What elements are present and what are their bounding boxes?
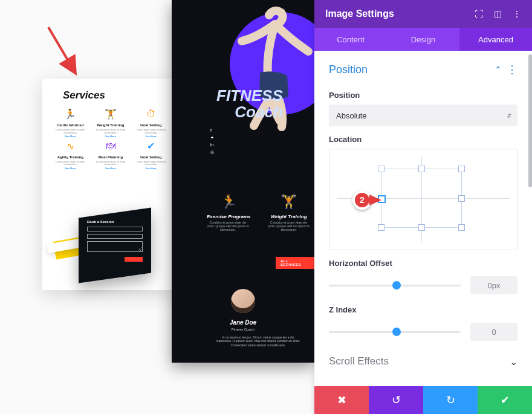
annotation-arrow bbox=[45, 24, 82, 79]
kebab-icon[interactable]: ⋮ bbox=[513, 9, 521, 19]
caret-icon: ⇵ bbox=[507, 112, 511, 119]
service-item: 🏃Cardio WorkoutLorem ipsum dolor sit ame… bbox=[51, 108, 90, 138]
confirm-button[interactable]: ✔ bbox=[478, 386, 532, 414]
expand-icon[interactable]: ⛶ bbox=[475, 9, 483, 19]
z-index-label: Z Index bbox=[314, 297, 532, 319]
undo-button[interactable]: ↺ bbox=[369, 386, 423, 414]
running-icon: 🏃 bbox=[220, 193, 237, 210]
coach-avatar bbox=[231, 289, 255, 313]
twitter-icon: ✦ bbox=[210, 135, 214, 139]
chevron-down-icon: ⌄ bbox=[510, 356, 517, 367]
section-position-header[interactable]: Position ⌃ ⋮ bbox=[314, 51, 532, 82]
position-select[interactable]: Absolute ⇵ bbox=[329, 105, 517, 126]
anchor-middle-right[interactable] bbox=[458, 195, 465, 202]
horizontal-offset-input[interactable] bbox=[470, 276, 517, 294]
service-item: 🍽Meal PlanningLorem ipsum dolor sit amet… bbox=[91, 140, 131, 170]
facebook-icon: f bbox=[210, 128, 214, 132]
section-scroll-effects[interactable]: Scroll Effects ⌄ bbox=[314, 343, 532, 380]
coach-name: Jane Doe bbox=[172, 319, 314, 326]
dumbbell-icon: 🏋 bbox=[281, 193, 297, 210]
anchor-top-center[interactable] bbox=[418, 166, 425, 172]
all-services-button: ALL SERVICES bbox=[276, 257, 314, 269]
z-index-slider[interactable] bbox=[329, 325, 461, 339]
anchor-top-right[interactable] bbox=[458, 166, 465, 172]
services-heading: Services bbox=[42, 79, 179, 105]
panel-body[interactable]: Position ⌃ ⋮ Position Absolute ⇵ 1 Locat… bbox=[314, 51, 532, 386]
service-item: ∿Agility TrainingLorem ipsum dolor sit a… bbox=[51, 140, 90, 170]
kebab-icon[interactable]: ⋮ bbox=[507, 63, 517, 76]
form-message-input bbox=[87, 241, 143, 252]
columns-icon[interactable]: ◫ bbox=[494, 9, 502, 19]
form-preview: Book a Session bbox=[79, 208, 151, 283]
tab-content[interactable]: Content bbox=[314, 28, 387, 51]
panel-footer: ✖ ↺ ↻ ✔ bbox=[314, 386, 532, 414]
position-label: Position bbox=[314, 82, 532, 105]
anchor-bottom-right[interactable] bbox=[458, 224, 465, 231]
instagram-icon: ◎ bbox=[210, 150, 214, 154]
social-icons: f ✦ in ◎ bbox=[210, 128, 214, 154]
feature-item: 🏋Weight TrainingCurabitur et quam vitae … bbox=[268, 193, 310, 231]
panel-header: Image Settings ⛶ ◫ ⋮ bbox=[314, 0, 532, 28]
fitness-title: FITNESSCoach bbox=[216, 88, 283, 120]
section-position-title: Position bbox=[329, 63, 495, 76]
service-item: ⏱Goal SettingLorem ipsum dolor sit amet … bbox=[131, 108, 170, 138]
tab-advanced[interactable]: Advanced bbox=[459, 28, 532, 51]
form-heading: Book a Session bbox=[87, 220, 143, 224]
service-item: 🏋Weight TrainingLorem ipsum dolor sit am… bbox=[91, 108, 131, 138]
form-name-input bbox=[87, 227, 143, 231]
horizontal-offset-slider[interactable] bbox=[329, 278, 461, 293]
panel-title: Image Settings bbox=[325, 8, 469, 19]
scroll-effects-title: Scroll Effects bbox=[329, 355, 510, 367]
cancel-button[interactable]: ✖ bbox=[314, 386, 369, 414]
z-index-input[interactable] bbox=[470, 323, 517, 341]
services-grid: 🏃Cardio WorkoutLorem ipsum dolor sit ame… bbox=[42, 105, 179, 170]
chevron-up-icon: ⌃ bbox=[495, 65, 502, 74]
feature-item: 🏃Exercise ProgramsCurabitur et quam vita… bbox=[207, 193, 251, 231]
tab-design[interactable]: Design bbox=[387, 28, 459, 51]
location-picker[interactable]: 2 bbox=[329, 149, 517, 250]
feature-row: 🏃Exercise ProgramsCurabitur et quam vita… bbox=[207, 193, 310, 231]
position-value: Absolute bbox=[336, 111, 367, 120]
anchor-top-left[interactable] bbox=[378, 166, 384, 172]
settings-panel: Image Settings ⛶ ◫ ⋮ Content Design Adva… bbox=[314, 0, 532, 414]
panel-tabs: Content Design Advanced bbox=[314, 28, 532, 51]
page-canvas: Services 🏃Cardio WorkoutLorem ipsum dolo… bbox=[0, 0, 314, 414]
coach-role: Fitness Coach bbox=[172, 328, 314, 331]
fitness-preview-card: FITNESSCoach f ✦ in ◎ 🏃Exercise Programs… bbox=[172, 0, 314, 363]
redo-button[interactable]: ↻ bbox=[423, 386, 478, 414]
service-item: ✔Goal SettingLorem ipsum dolor sit amet … bbox=[131, 140, 170, 170]
form-submit-button bbox=[125, 257, 143, 262]
location-rect bbox=[381, 169, 462, 228]
linkedin-icon: in bbox=[210, 143, 214, 146]
annotation-marker-2: 2 bbox=[352, 190, 381, 210]
form-email-input bbox=[87, 234, 143, 239]
location-label: Location bbox=[314, 126, 532, 149]
anchor-bottom-left[interactable] bbox=[378, 224, 384, 231]
anchor-bottom-center[interactable] bbox=[418, 224, 425, 231]
horizontal-offset-label: Horizontal Offset bbox=[314, 250, 532, 273]
coach-bio: In do eiusmod tempor. Dictum varius cong… bbox=[214, 335, 302, 347]
